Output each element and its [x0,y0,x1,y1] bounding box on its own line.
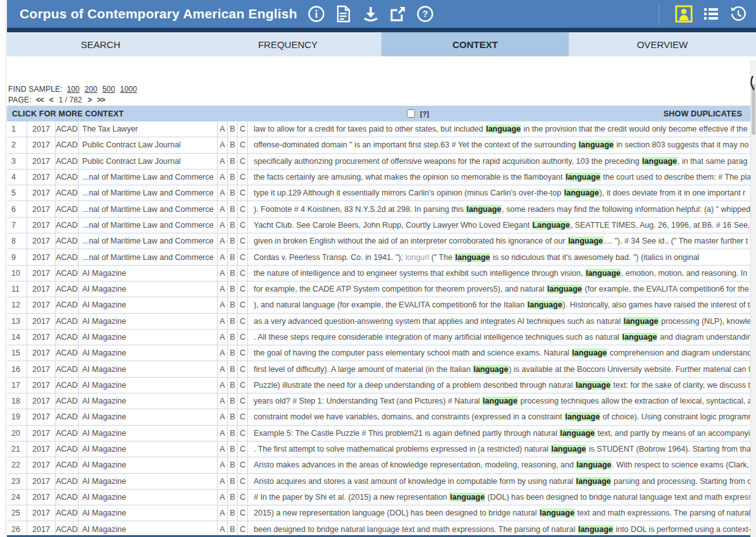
tab-overview[interactable]: OVERVIEW [569,32,756,56]
context-link-b[interactable]: B [228,281,238,297]
kwic-text[interactable]: . The first attempt to solve mathematica… [248,441,756,457]
genre-link[interactable]: ACAD [56,361,78,376]
genre-link[interactable]: ACAD [56,249,78,264]
next-page-button[interactable]: > [88,96,92,104]
source-link[interactable]: ...nal of Maritime Law and Commerce [78,218,218,233]
tab-frequency[interactable]: FREQUENCY [194,32,381,56]
context-link-c[interactable]: C [238,441,248,457]
scrollbar-thumb[interactable] [752,84,755,135]
kwic-text[interactable]: for example, the CADE ATP System competi… [248,281,756,297]
context-link-c[interactable]: C [238,490,248,505]
context-link-c[interactable]: C [238,266,248,281]
context-link-a[interactable]: A [218,121,228,137]
context-link-b[interactable]: B [228,378,238,393]
context-link-a[interactable]: A [218,426,228,441]
external-link-icon[interactable] [389,5,407,23]
source-link[interactable]: The Tax Lawyer [78,121,218,137]
context-link-b[interactable]: B [228,409,238,424]
context-link-a[interactable]: A [218,314,228,329]
genre-link[interactable]: ACAD [56,345,78,361]
sample-size-link-100[interactable]: 100 [67,85,80,94]
genre-link[interactable]: ACAD [56,137,78,152]
context-link-a[interactable]: A [218,233,228,249]
genre-link[interactable]: ACAD [56,457,78,472]
source-link[interactable]: AI Magazine [78,490,218,505]
kwic-text[interactable]: ), and natural language (for example, th… [248,297,756,312]
source-link[interactable]: AI Magazine [78,281,218,297]
context-link-b[interactable]: B [228,393,238,409]
context-link-b[interactable]: B [228,266,238,281]
source-link[interactable]: AI Magazine [78,409,218,424]
context-link-c[interactable]: C [238,361,248,376]
kwic-text[interactable]: as a very advanced question-answering sy… [248,314,756,329]
source-link[interactable]: AI Magazine [78,457,218,472]
source-link[interactable]: AI Magazine [78,361,218,376]
context-link-c[interactable]: C [238,426,248,441]
context-link-a[interactable]: A [218,330,228,345]
duplicates-checkbox[interactable] [407,109,415,118]
user-icon[interactable] [675,5,693,23]
genre-link[interactable]: ACAD [56,474,78,489]
context-link-a[interactable]: A [218,154,228,169]
context-link-b[interactable]: B [228,218,238,233]
source-link[interactable]: ...nal of Maritime Law and Commerce [78,201,218,216]
context-link-b[interactable]: B [228,249,238,264]
genre-link[interactable]: ACAD [56,393,78,409]
kwic-text[interactable]: specifically authorizing procurement of … [248,154,756,169]
context-link-b[interactable]: B [228,345,238,361]
source-link[interactable]: AI Magazine [78,345,218,361]
context-link-b[interactable]: B [228,330,238,345]
context-link-b[interactable]: B [228,137,238,152]
context-link-a[interactable]: A [218,378,228,393]
genre-link[interactable]: ACAD [56,201,78,216]
genre-link[interactable]: ACAD [56,378,78,393]
document-icon[interactable] [335,5,352,23]
context-link-a[interactable]: A [218,441,228,457]
genre-link[interactable]: ACAD [56,170,78,185]
context-link-b[interactable]: B [228,505,238,521]
context-link-a[interactable]: A [218,393,228,409]
kwic-text[interactable]: years old? # Step 1: Understanding Text … [248,393,756,409]
tab-search[interactable]: SEARCH [7,32,194,56]
kwic-text[interactable]: constraint model we have variables, doma… [248,409,756,424]
context-link-b[interactable]: B [228,233,238,249]
context-link-c[interactable]: C [238,121,248,137]
genre-link[interactable]: ACAD [56,314,78,329]
vertical-scrollbar[interactable] [750,60,756,537]
history-icon[interactable] [729,5,747,23]
info-icon[interactable] [307,5,325,23]
prev-page-button[interactable]: < [49,96,53,104]
first-page-button[interactable]: << [36,96,44,104]
context-link-a[interactable]: A [218,505,228,521]
kwic-text[interactable]: law to allow for a credit for taxes paid… [248,121,756,137]
genre-link[interactable]: ACAD [56,218,78,233]
context-link-c[interactable]: C [238,378,248,393]
source-link[interactable]: AI Magazine [78,378,218,393]
genre-link[interactable]: ACAD [56,233,78,249]
context-link-c[interactable]: C [238,218,248,233]
context-link-b[interactable]: B [228,361,238,376]
source-link[interactable]: ...nal of Maritime Law and Commerce [78,233,218,249]
source-link[interactable]: Public Contract Law Journal [78,137,218,152]
context-link-b[interactable]: B [228,154,238,169]
kwic-text[interactable]: the facts certainly are amusing, what ma… [248,170,756,185]
context-link-c[interactable]: C [238,137,248,152]
source-link[interactable]: AI Magazine [78,505,218,521]
context-link-b[interactable]: B [228,121,238,137]
kwic-text[interactable]: the goal of having the computer pass ele… [248,345,756,361]
sample-size-link-200[interactable]: 200 [85,85,97,94]
sample-size-link-1000[interactable]: 1000 [120,85,137,94]
context-link-b[interactable]: B [228,314,238,329]
context-link-a[interactable]: A [218,249,228,264]
list-icon[interactable] [702,5,720,23]
context-link-c[interactable]: C [238,170,248,185]
context-link-c[interactable]: C [238,314,248,329]
source-link[interactable]: AI Magazine [78,297,218,312]
context-link-a[interactable]: A [218,361,228,376]
source-link[interactable]: AI Magazine [78,474,218,489]
context-link-b[interactable]: B [228,490,238,505]
context-link-b[interactable]: B [228,201,238,216]
context-link-c[interactable]: C [238,201,248,216]
context-link-a[interactable]: A [218,137,228,152]
genre-link[interactable]: ACAD [56,441,78,457]
